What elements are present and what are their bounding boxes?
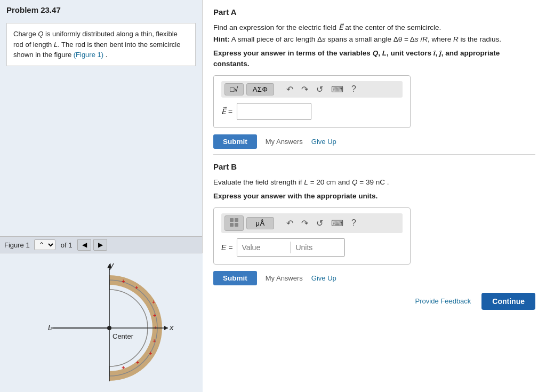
figure-selector[interactable]: ⌃ (34, 239, 55, 250)
help-button-b[interactable]: ? (349, 217, 359, 229)
figure-canvas: y + + + + + + + (0, 253, 203, 392)
figure-bar: Figure 1 ⌃ of 1 ◀ ▶ (0, 236, 202, 253)
svg-text:+: + (153, 312, 156, 318)
svg-text:+: + (149, 350, 152, 356)
part-b-actions: Submit My Answers Give Up (213, 271, 535, 285)
part-a-actions: Submit My Answers Give Up (213, 134, 535, 149)
keyboard-icon: ⌨ (331, 85, 343, 94)
redo-icon: ↷ (301, 85, 308, 94)
part-a-my-answers-link[interactable]: My Answers (266, 138, 303, 146)
figure-next-button[interactable]: ▶ (93, 239, 107, 251)
svg-point-18 (107, 326, 111, 330)
svg-text:Center: Center (113, 332, 134, 340)
svg-text:L: L (48, 323, 52, 332)
part-b-input-box: μÅ ↶ ↷ ↺ ⌨ ? (213, 207, 411, 265)
part-b-toolbar: μÅ ↶ ↷ ↺ ⌨ ? (221, 213, 403, 233)
problem-description: Charge Q is uniformly distributed along … (6, 23, 196, 66)
svg-text:+: + (122, 364, 125, 371)
part-b-submit-button[interactable]: Submit (213, 271, 257, 285)
part-a-section: Part A Find an expression for the electr… (213, 0, 535, 155)
svg-text:x: x (169, 323, 174, 332)
matrix-button[interactable] (224, 215, 244, 231)
part-a-input-box: □√ AΣΦ ↶ ↷ ↺ ⌨ (213, 75, 411, 128)
keyboard-button-b[interactable]: ⌨ (328, 217, 346, 229)
value-units-group (237, 238, 345, 257)
continue-button[interactable]: Continue (481, 293, 535, 310)
part-a-toolbar: □√ AΣΦ ↶ ↷ ↺ ⌨ (221, 81, 403, 98)
svg-rect-25 (235, 223, 238, 227)
provide-feedback-link[interactable]: Provide Feedback (415, 297, 471, 305)
part-b-give-up-link[interactable]: Give Up (311, 274, 336, 282)
charge-var: Q (38, 30, 43, 38)
units-input[interactable] (291, 239, 344, 256)
svg-rect-24 (230, 223, 234, 227)
keyboard-button[interactable]: ⌨ (328, 83, 346, 95)
part-a-express: Express your answer in terms of the vari… (213, 48, 535, 70)
length-var: L (54, 41, 58, 49)
part-a-input[interactable] (237, 103, 311, 120)
part-a-field-row: E⃗ = (221, 103, 403, 120)
part-a-description: Find an expression for the electric fiel… (213, 22, 535, 45)
svg-rect-23 (235, 218, 238, 222)
symbol-button[interactable]: AΣΦ (246, 83, 274, 95)
redo-icon-b: ↷ (301, 219, 308, 228)
part-b-my-answers-link[interactable]: My Answers (266, 274, 303, 282)
refresh-button[interactable]: ↺ (314, 83, 326, 95)
redo-button-b[interactable]: ↷ (299, 217, 311, 229)
figure-of-label: of 1 (61, 241, 73, 249)
undo-icon: ↶ (286, 85, 293, 94)
matrix-icon (229, 218, 239, 229)
redo-button[interactable]: ↷ (299, 83, 311, 95)
svg-text:+: + (154, 324, 157, 331)
keyboard-icon-b: ⌨ (331, 219, 343, 228)
svg-text:+: + (136, 359, 139, 365)
svg-text:+: + (152, 338, 156, 344)
units-icon: μÅ (255, 219, 264, 227)
undo-icon-b: ↶ (286, 219, 293, 228)
right-panel: Part A Find an expression for the electr… (203, 0, 546, 392)
sqrt-button[interactable]: □√ (224, 83, 244, 95)
part-b-express: Express your answer with the appropriate… (213, 191, 535, 202)
bottom-actions: Provide Feedback Continue (213, 293, 535, 310)
svg-rect-22 (230, 218, 234, 222)
part-a-give-up-link[interactable]: Give Up (311, 138, 336, 146)
units-button[interactable]: μÅ (246, 217, 274, 229)
refresh-button-b[interactable]: ↺ (314, 217, 326, 229)
value-input[interactable] (237, 239, 291, 256)
svg-text:+: + (122, 278, 125, 284)
part-b-description: Evaluate the field strength if L = 20 cm… (213, 177, 535, 188)
help-icon: ? (351, 84, 356, 93)
part-b-label: Part B (213, 162, 535, 171)
undo-button[interactable]: ↶ (284, 83, 296, 95)
svg-text:+: + (152, 299, 155, 305)
refresh-icon-b: ↺ (316, 219, 323, 228)
part-b-section: Part B Evaluate the field strength if L … (213, 155, 535, 315)
sqrt-icon: □√ (230, 85, 238, 93)
part-a-label: Part A (213, 7, 535, 17)
undo-button-b[interactable]: ↶ (284, 217, 296, 229)
figure-bar-label: Figure 1 (4, 241, 30, 249)
help-icon-b: ? (351, 218, 356, 227)
part-b-field-label: E = (221, 243, 232, 252)
figure-prev-button[interactable]: ◀ (77, 239, 91, 251)
part-a-submit-button[interactable]: Submit (213, 134, 257, 149)
help-button-a[interactable]: ? (349, 83, 359, 95)
svg-text:+: + (135, 284, 138, 291)
symbol-icon: AΣΦ (253, 85, 268, 93)
figure-link[interactable]: (Figure 1) (74, 51, 103, 59)
problem-title: Problem 23.47 (0, 0, 202, 19)
part-a-field-label: E⃗ = (221, 107, 232, 116)
part-b-field-row: E = (221, 238, 403, 257)
refresh-icon: ↺ (316, 85, 323, 94)
